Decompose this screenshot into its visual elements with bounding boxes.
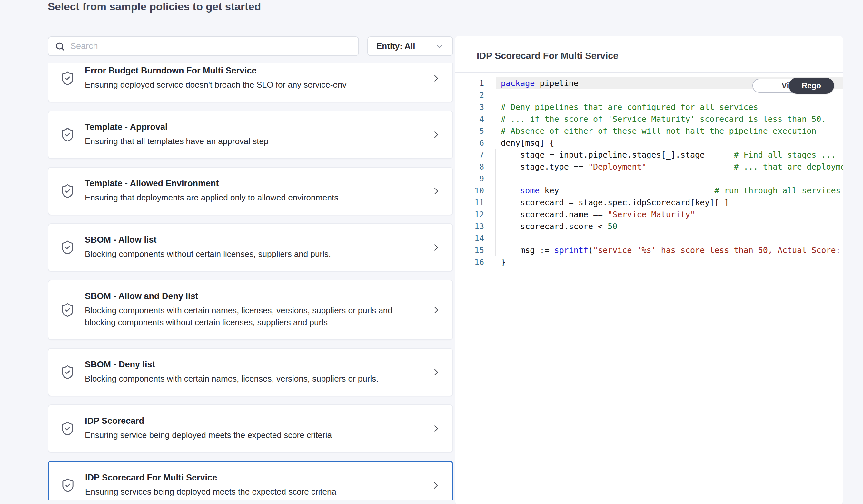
policy-texts: Error Budget Burndown For Multi Service … (85, 66, 425, 91)
code-line: 12 scorecard.name == "Service Maturity" (455, 208, 843, 220)
code-line: 10 some key # run through all services (455, 185, 843, 197)
entity-filter-label: Entity: All (376, 41, 415, 51)
policy-description: Ensuring that all templates have an appr… (85, 135, 425, 147)
code-line: 14 (455, 232, 843, 244)
policy-card[interactable]: SBOM - Allow list Blocking components wi… (48, 223, 453, 272)
code-text: # Deny pipelines that are configured for… (496, 101, 843, 113)
code-text: msg := sprintf("service '%s' has score l… (496, 244, 843, 256)
policy-texts: Template - Allowed Environment Ensuring … (85, 179, 425, 204)
shield-check-icon (60, 302, 75, 319)
list-toolbar: Entity: All (48, 36, 453, 56)
code-text: # ... if the score of 'Service Maturity'… (496, 113, 843, 125)
indent-guide (495, 149, 496, 256)
policy-title: Template - Allowed Environment (85, 179, 425, 188)
code-line: 11 scorecard = stage.spec.idpScorecard[k… (455, 197, 843, 208)
policy-title: SBOM - Allow list (85, 235, 425, 245)
code-line: 4# ... if the score of 'Service Maturity… (455, 113, 843, 125)
line-number: 8 (455, 161, 496, 173)
detail-title: IDP Scorecard For Multi Service (477, 51, 843, 61)
code-text: deny[msg] { (496, 137, 843, 149)
shield-check-icon (60, 70, 75, 87)
shield-check-icon (60, 239, 75, 256)
line-number: 14 (455, 232, 496, 244)
code-line: 8 stage.type == "Deployment" # ... that … (455, 161, 843, 173)
code-line: 7 stage = input.pipeline.stages[_].stage… (455, 149, 843, 161)
policy-card[interactable]: SBOM - Allow and Deny list Blocking comp… (48, 280, 453, 340)
chevron-right-icon (431, 128, 441, 141)
policy-description: Ensuring that deployments are applied on… (85, 192, 425, 204)
chevron-right-icon (431, 72, 441, 85)
line-number: 2 (455, 89, 496, 101)
visual-rego-toggle: Visual Rego (752, 79, 834, 93)
policy-list: Error Budget Burndown For Multi Service … (48, 63, 453, 500)
chevron-right-icon (431, 479, 440, 492)
code-line: 6deny[msg] { (455, 137, 843, 149)
policy-texts: IDP Scorecard Ensuring service being dep… (85, 416, 425, 441)
line-number: 7 (455, 149, 496, 161)
code-text: stage = input.pipeline.stages[_].stage #… (496, 149, 843, 161)
policy-description: Blocking components with certain names, … (85, 305, 425, 328)
policy-card[interactable]: IDP Scorecard Ensuring service being dep… (48, 404, 453, 453)
shield-check-icon (60, 183, 75, 199)
page-title: Select from sample policies to get start… (48, 1, 261, 13)
policy-card[interactable]: Template - Approval Ensuring that all te… (48, 111, 453, 159)
policy-title: IDP Scorecard For Multi Service (85, 473, 424, 482)
chevron-right-icon (431, 241, 441, 254)
line-number: 11 (455, 197, 496, 208)
search-box[interactable] (48, 36, 359, 56)
line-number: 15 (455, 244, 496, 256)
code-line: 16} (455, 256, 843, 268)
line-number: 5 (455, 125, 496, 137)
policy-texts: SBOM - Deny list Blocking components wit… (85, 360, 425, 385)
chevron-right-icon (431, 185, 441, 197)
line-number: 10 (455, 185, 496, 197)
search-input[interactable] (70, 41, 352, 51)
policy-card[interactable]: IDP Scorecard For Multi Service Ensuring… (48, 461, 453, 500)
line-number: 12 (455, 208, 496, 220)
policy-description: Ensuring deployed service doesn't breach… (85, 79, 425, 91)
code-editor[interactable]: 1package pipeline23# Deny pipelines that… (455, 73, 843, 268)
code-text: stage.type == "Deployment" # ... that ar… (496, 161, 843, 173)
policy-detail-panel: IDP Scorecard For Multi Service 1package… (455, 36, 843, 504)
policy-description: Blocking components without certain lice… (85, 248, 425, 260)
policy-title: SBOM - Deny list (85, 360, 425, 369)
policy-texts: SBOM - Allow and Deny list Blocking comp… (85, 291, 425, 328)
code-line: 13 scorecard.score < 50 (455, 220, 843, 232)
policy-texts: IDP Scorecard For Multi Service Ensuring… (85, 473, 424, 498)
shield-check-icon (60, 364, 75, 380)
code-text: } (496, 256, 843, 268)
policy-card[interactable]: Error Budget Burndown For Multi Service … (48, 63, 453, 102)
code-text: scorecard.score < 50 (496, 220, 843, 232)
line-number: 1 (455, 77, 496, 89)
policy-card[interactable]: Template - Allowed Environment Ensuring … (48, 167, 453, 215)
chevron-right-icon (431, 303, 441, 316)
line-number: 6 (455, 137, 496, 149)
code-line: 5# Absence of either of these will not h… (455, 125, 843, 137)
code-text (496, 232, 843, 244)
code-line: 9 (455, 173, 843, 185)
line-number: 9 (455, 173, 496, 185)
code-line: 3# Deny pipelines that are configured fo… (455, 101, 843, 113)
detail-header: IDP Scorecard For Multi Service (455, 36, 843, 73)
line-number: 3 (455, 101, 496, 113)
policy-title: IDP Scorecard (85, 416, 425, 426)
code-line: 15 msg := sprintf("service '%s' has scor… (455, 244, 843, 256)
shield-check-icon (60, 420, 75, 437)
shield-check-icon (60, 477, 75, 494)
policy-description: Ensuring services being deployed meets t… (85, 486, 424, 498)
policy-title: Template - Approval (85, 122, 425, 132)
line-number: 13 (455, 220, 496, 232)
line-number: 4 (455, 113, 496, 125)
chevron-right-icon (431, 422, 441, 435)
policy-description: Ensuring service being deployed meets th… (85, 429, 425, 441)
entity-filter-dropdown[interactable]: Entity: All (367, 36, 453, 56)
line-number: 16 (455, 256, 496, 268)
policy-card[interactable]: SBOM - Deny list Blocking components wit… (48, 348, 453, 396)
policy-title: SBOM - Allow and Deny list (85, 291, 425, 301)
code-text (496, 173, 843, 185)
search-icon (55, 41, 65, 52)
policy-texts: Template - Approval Ensuring that all te… (85, 122, 425, 147)
rego-toggle-button[interactable]: Rego (789, 78, 834, 94)
shield-check-icon (60, 126, 75, 143)
policy-description: Blocking components with certain names, … (85, 373, 425, 385)
